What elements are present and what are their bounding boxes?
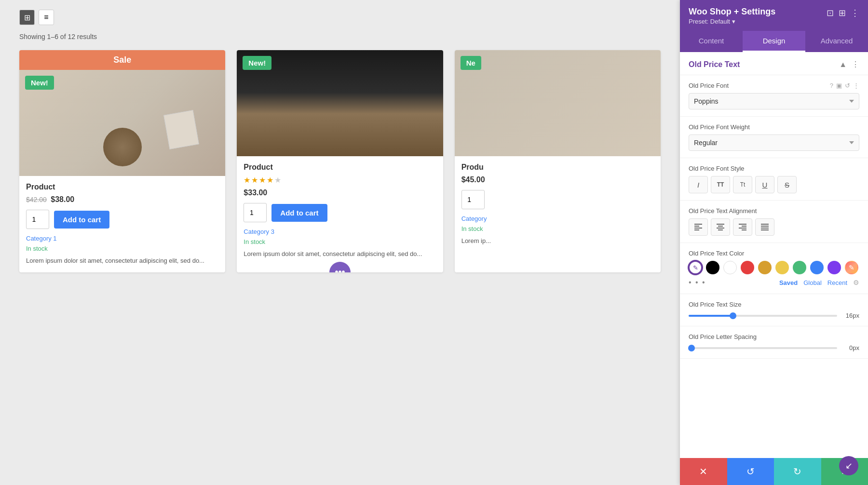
grid-view-button[interactable]: ⊞ [19, 10, 35, 25]
letter-spacing-value: 0px [842, 344, 859, 351]
responsive-icon[interactable]: ⊡ [827, 8, 834, 18]
device-icon[interactable]: ▣ [836, 82, 842, 89]
align-justify-button[interactable] [755, 218, 774, 236]
size-slider-track[interactable] [689, 315, 837, 317]
add-to-cart-row: Add to cart [244, 203, 436, 222]
font-weight-select[interactable]: Regular [689, 135, 859, 151]
product-description: Lorem ip... [461, 236, 654, 246]
alignment-buttons [689, 218, 859, 236]
font-style-setting: Old Price Font Style I TT Tt U S [680, 158, 868, 201]
color-palette: ✎ ✎ [689, 261, 859, 274]
new-badge: New! [243, 56, 271, 70]
redo-button[interactable]: ↻ [774, 458, 821, 485]
color-dots[interactable]: • • • [689, 278, 706, 287]
quantity-input[interactable] [244, 203, 267, 222]
color-settings-icon[interactable]: ⚙ [853, 279, 859, 286]
svg-rect-4 [717, 224, 724, 225]
color-purple[interactable] [827, 261, 841, 274]
font-weight-setting: Old Price Font Weight Regular [680, 117, 868, 158]
product-name: Product [244, 163, 436, 172]
stock-status: In stock [26, 245, 218, 252]
align-center-button[interactable] [711, 218, 730, 236]
list-view-button[interactable]: ≡ [39, 10, 54, 25]
uppercase-button[interactable]: TT [711, 176, 730, 193]
sale-banner: Sale [19, 50, 225, 70]
product-card: Ne Produ $45.00 Category In stock Lorem … [455, 50, 661, 272]
font-select[interactable]: Poppins [689, 93, 859, 109]
product-name: Product [26, 183, 218, 191]
stock-status: In stock [461, 225, 654, 232]
help-icon[interactable]: ? [830, 82, 833, 89]
recent-colors-tab[interactable]: Recent [827, 279, 847, 286]
align-left-button[interactable] [689, 218, 708, 236]
size-slider-row: 16px [689, 312, 859, 319]
price-row: $45.00 [461, 175, 654, 184]
collapse-icon[interactable]: ▲ [839, 60, 847, 69]
undo-button[interactable]: ↺ [727, 458, 774, 485]
product-card: New! Product ★ ★ ★ ★ ★ $33.00 Add to car… [237, 50, 443, 272]
text-size-setting: Old Price Text Size 16px [680, 294, 868, 326]
size-label: Old Price Text Size [689, 301, 859, 308]
letter-spacing-track[interactable] [689, 347, 837, 349]
new-badge: New! [25, 76, 54, 90]
tab-design[interactable]: Design [743, 31, 805, 52]
cancel-button[interactable]: ✕ [680, 458, 727, 485]
panel-header: Woo Shop + Settings Preset: Default ▾ ⊡ … [680, 0, 868, 31]
italic-button[interactable]: I [689, 176, 708, 193]
section-title: Old Price Text [689, 60, 740, 69]
color-green[interactable] [793, 261, 806, 274]
color-white[interactable] [723, 261, 737, 274]
color-custom[interactable]: ✎ [845, 261, 858, 274]
results-count: Showing 1–6 of 12 results [19, 33, 661, 40]
add-to-cart-row: Add to cart [26, 210, 218, 229]
panel-preset[interactable]: Preset: Default ▾ [689, 18, 775, 25]
size-slider-thumb[interactable] [730, 312, 736, 319]
category-link[interactable]: Category 1 [26, 235, 218, 242]
category-link[interactable]: Category [461, 215, 654, 222]
color-red[interactable] [741, 261, 754, 274]
price-row: $33.00 [244, 189, 436, 197]
star-2: ★ [251, 175, 258, 185]
color-label: Old Price Text Color [689, 250, 859, 257]
align-right-button[interactable] [733, 218, 752, 236]
section-header: Old Price Text ▲ ⋮ [680, 52, 868, 75]
color-black[interactable] [706, 261, 719, 274]
color-picker-button[interactable]: ✎ [689, 261, 702, 274]
tab-content[interactable]: Content [680, 31, 743, 52]
star-rating: ★ ★ ★ ★ ★ [244, 175, 436, 185]
tab-advanced[interactable]: Advanced [805, 31, 868, 52]
columns-icon[interactable]: ⊞ [839, 8, 846, 18]
letter-spacing-thumb[interactable] [688, 345, 695, 351]
add-to-cart-button[interactable]: Add to cart [271, 204, 327, 222]
quantity-input[interactable] [26, 210, 49, 229]
old-price: $42.00 [26, 196, 47, 203]
reset-icon[interactable]: ↺ [845, 82, 850, 89]
underline-button[interactable]: U [755, 176, 774, 193]
section-more-icon[interactable]: ⋮ [852, 60, 859, 69]
color-yellow[interactable] [775, 261, 789, 274]
font-setting: Old Price Font ? ▣ ↺ ⋮ Poppins [680, 75, 868, 117]
saved-colors-tab[interactable]: Saved [779, 279, 798, 286]
svg-rect-7 [718, 229, 723, 230]
product-image: Ne [455, 50, 661, 156]
product-card: Sale New! Product $42.00 $38.00 Add to c… [19, 50, 225, 272]
color-orange[interactable] [758, 261, 772, 274]
quantity-input[interactable] [461, 190, 485, 209]
global-colors-tab[interactable]: Global [803, 279, 822, 286]
strikethrough-button[interactable]: S [777, 176, 797, 193]
text-alignment-setting: Old Price Text Alignment [680, 201, 868, 243]
add-to-cart-button[interactable]: Add to cart [54, 211, 109, 229]
star-3: ★ [259, 175, 266, 185]
products-grid: Sale New! Product $42.00 $38.00 Add to c… [19, 50, 661, 272]
color-blue[interactable] [810, 261, 824, 274]
new-price: $38.00 [51, 195, 74, 203]
category-link[interactable]: Category 3 [244, 228, 436, 235]
panel-header-icons: ⊡ ⊞ ⋮ [827, 8, 859, 18]
star-1: ★ [244, 175, 250, 185]
star-5: ★ [274, 175, 281, 185]
more-icon[interactable]: ⋮ [851, 8, 859, 18]
product-image: New! [19, 70, 225, 176]
more-options-icon[interactable]: ⋮ [853, 82, 859, 89]
corner-icon[interactable]: ↙ [839, 456, 858, 475]
capitalize-button[interactable]: Tt [733, 176, 752, 193]
